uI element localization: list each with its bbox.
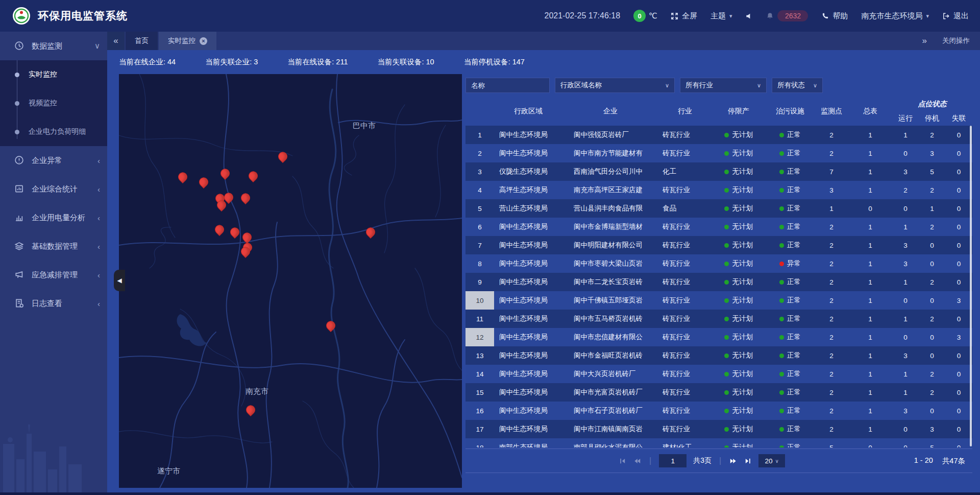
row-pollution-facility-status: 正常 [766, 167, 815, 176]
tabs-scroll-right-button[interactable]: » [922, 36, 927, 46]
table-row[interactable]: 11 阆中生态环境局 阆中市五马桥页岩机砖 砖瓦行业 无计划 正常 2 1 1 … [465, 310, 972, 328]
table-row[interactable]: 2 阆中生态环境局 阆中市南方节能建材有 砖瓦行业 无计划 正常 2 1 0 3… [465, 144, 972, 162]
table-row[interactable]: 13 阆中生态环境局 阆中市金福旺页岩机砖 砖瓦行业 无计划 正常 2 1 3 … [465, 346, 972, 365]
row-stopped-count: 5 [919, 444, 945, 448]
row-total-meters: 1 [848, 334, 892, 341]
table-row[interactable]: 4 高坪生态环境局 南充市高坪区王家店建 砖瓦行业 无计划 正常 3 1 2 2… [465, 181, 972, 199]
sidebar-item-video-monitor[interactable]: 视频监控 [0, 89, 107, 117]
fullscreen-button[interactable]: 全屏 [671, 11, 697, 21]
row-index: 7 [465, 236, 494, 254]
row-industry: 砖瓦行业 [658, 222, 712, 231]
pagination-bar: | 共3页 | 20 ∨ [465, 449, 972, 473]
table-row[interactable]: 1 阆中生态环境局 阆中强锐页岩砖厂 砖瓦行业 无计划 正常 2 1 1 2 0 [465, 126, 972, 144]
sidebar-item-base-data[interactable]: 基础数据管理 ‹ [0, 232, 107, 261]
row-index: 4 [465, 181, 494, 199]
row-pollution-facility-status: 正常 [766, 149, 815, 158]
close-icon[interactable]: × [200, 37, 207, 45]
row-monitor-points: 2 [815, 370, 848, 378]
sidebar-item-enterprise-statistics[interactable]: 企业综合统计 ‹ [0, 175, 107, 203]
row-pollution-facility-status: 正常 [766, 241, 815, 250]
row-running-count: 1 [892, 315, 919, 323]
sidebar-item-enterprise-abnormal[interactable]: 企业异常 ‹ [0, 146, 107, 175]
row-industry: 砖瓦行业 [658, 241, 712, 250]
row-company: 阆中市石子页岩机砖厂 [562, 406, 658, 415]
sidebar-item-power-analysis[interactable]: 企业用电量分析 ‹ [0, 203, 107, 232]
next-page-button[interactable] [729, 457, 738, 465]
row-offline-count: 0 [945, 370, 972, 378]
last-page-button[interactable] [744, 457, 752, 465]
row-pollution-facility-status: 异常 [766, 259, 815, 268]
row-production-stop-status: 无计划 [712, 241, 766, 250]
skyline-decoration [0, 398, 107, 495]
row-index: 10 [465, 291, 494, 310]
row-region: 阆中生态环境局 [494, 425, 562, 434]
table-row[interactable]: 16 阆中生态环境局 阆中市石子页岩机砖厂 砖瓦行业 无计划 正常 2 1 3 … [465, 402, 972, 420]
table-row[interactable]: 10 阆中生态环境局 阆中千佛镇五郎垭页岩 砖瓦行业 无计划 正常 2 1 0 … [465, 291, 972, 310]
tab-realtime-monitor[interactable]: 实时监控 × [159, 32, 216, 50]
table-scrollbar[interactable] [970, 126, 972, 446]
row-offline-count: 3 [945, 297, 972, 304]
row-monitor-points: 2 [815, 315, 848, 323]
table-row[interactable]: 12 阆中生态环境局 阆中市忠信建材有限公 砖瓦行业 无计划 正常 2 1 0 … [465, 328, 972, 346]
table-row[interactable]: 15 阆中生态环境局 阆中市光富页岩机砖厂 砖瓦行业 无计划 正常 2 1 1 … [465, 383, 972, 402]
status-select[interactable]: 所有状态 ∨ [772, 78, 823, 93]
name-search-input[interactable] [465, 78, 550, 93]
table-row[interactable]: 8 阆中生态环境局 阆中市枣碧大梁山页岩 砖瓦行业 无计划 异常 2 1 3 0… [465, 254, 972, 273]
table-row[interactable]: 6 阆中生态环境局 阆中市金博瑞新型墙材 砖瓦行业 无计划 正常 2 1 1 2… [465, 218, 972, 236]
sidebar-item-power-load-detail[interactable]: 企业电力负荷明细 [0, 117, 107, 146]
map-canvas[interactable]: 巴中市南充市遂宁市 [119, 74, 462, 488]
row-total-meters: 1 [848, 168, 892, 176]
sidebar-item-logs[interactable]: 日志查看 ‹ [0, 289, 107, 318]
tabs-scroll-left-button[interactable]: « [107, 32, 125, 50]
status-dot-icon [779, 225, 784, 229]
table-row[interactable]: 17 阆中生态环境局 阆中市江南镇阆南页岩 砖瓦行业 无计划 正常 2 1 0 … [465, 420, 972, 438]
row-running-count: 0 [892, 426, 919, 433]
table-row[interactable]: 14 阆中生态环境局 阆中大兴页岩机砖厂 砖瓦行业 无计划 正常 2 1 1 2… [465, 365, 972, 383]
table-row[interactable]: 3 仪陇生态环境局 西南油气田分公司川中 化工 无计划 正常 7 1 3 5 0 [465, 162, 972, 181]
row-pollution-facility-status: 正常 [766, 204, 815, 213]
table-row[interactable]: 9 阆中生态环境局 阆中市二龙长宝页岩砖 砖瓦行业 无计划 正常 2 1 1 2… [465, 273, 972, 291]
temperature-badge: 0 [633, 10, 646, 22]
panel-collapse-handle[interactable]: ◀ [114, 270, 125, 291]
first-page-button[interactable] [619, 457, 626, 465]
table-row[interactable]: 5 营山生态环境局 营山县润丰肉食品有限 食品 无计划 正常 1 0 0 1 0 [465, 199, 972, 218]
prev-page-button[interactable] [633, 457, 642, 465]
row-monitor-points: 2 [815, 242, 848, 249]
mute-button[interactable] [745, 12, 753, 20]
table-row[interactable]: 18 南部生态环境局 南部县砌化水泥有限公 建材|化工 无计划 正常 5 0 0… [465, 438, 972, 447]
page-size-select[interactable]: 20 ∨ [758, 454, 785, 467]
help-button[interactable]: 帮助 [821, 11, 848, 21]
sidebar-item-emergency-reduction[interactable]: 应急减排管理 ‹ [0, 261, 107, 289]
row-stopped-count: 2 [919, 389, 945, 396]
row-stopped-count: 3 [919, 150, 945, 157]
row-monitor-points: 2 [815, 223, 848, 231]
theme-dropdown[interactable]: 主题 ▾ [710, 11, 732, 21]
row-running-count: 3 [892, 352, 919, 360]
table-row[interactable]: 7 阆中生态环境局 阆中明阳建材有限公司 砖瓦行业 无计划 正常 2 1 3 0… [465, 236, 972, 254]
industry-select[interactable]: 所有行业 ∨ [680, 78, 767, 93]
row-company: 南充市高坪区王家店建 [562, 185, 658, 195]
row-index: 14 [465, 365, 494, 383]
row-company: 南部县砌化水泥有限公 [562, 443, 658, 447]
logout-button[interactable]: 退出 [942, 11, 969, 21]
close-operations-button[interactable]: 关闭操作 [942, 36, 970, 45]
row-region: 高坪生态环境局 [494, 185, 562, 195]
org-dropdown[interactable]: 南充市生态环境局 ▾ [861, 11, 929, 21]
row-industry: 建材|化工 [658, 443, 712, 447]
tab-home[interactable]: 首页 [126, 32, 158, 50]
sidebar-item-data-monitoring[interactable]: 数据监测 ∨ [0, 32, 107, 60]
region-select[interactable]: 行政区域名称 ∨ [555, 78, 675, 93]
notifications[interactable]: 2632 [766, 10, 808, 21]
row-total-meters: 1 [848, 242, 892, 249]
gauge-icon [14, 41, 24, 51]
row-index: 1 [465, 126, 494, 144]
row-production-stop-status: 无计划 [712, 222, 766, 231]
row-industry: 砖瓦行业 [658, 369, 712, 379]
page-number-input[interactable] [659, 454, 687, 467]
row-region: 阆中生态环境局 [494, 406, 562, 415]
map-panel[interactable]: 巴中市南充市遂宁市 ◀ [119, 74, 462, 488]
sidebar-item-realtime-monitor[interactable]: 实时监控 [0, 60, 107, 89]
row-total-meters: 1 [848, 352, 892, 360]
top-header: 环保用电监管系统 2021-02-25 17:46:18 0 ℃ 全屏 主题 ▾ [0, 0, 980, 32]
row-company: 阆中市江南镇阆南页岩 [562, 425, 658, 434]
